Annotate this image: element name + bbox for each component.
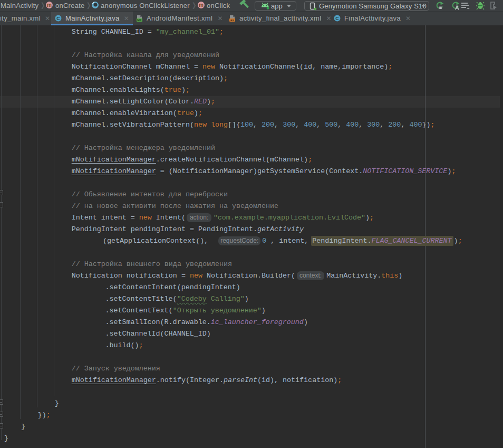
svg-text:ax: ax: [230, 18, 234, 22]
svg-text:C: C: [56, 16, 60, 21]
svg-text:C: C: [335, 16, 339, 21]
svg-text:MF: MF: [137, 18, 142, 22]
